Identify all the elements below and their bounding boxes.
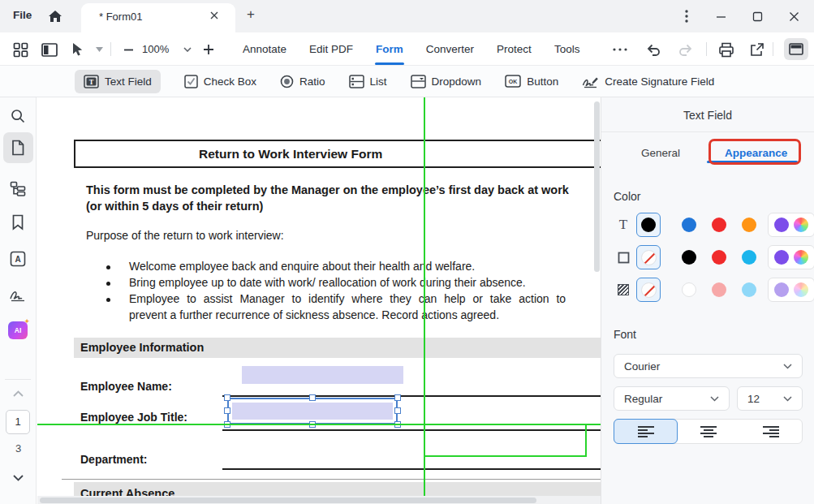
text-color-row: T (614, 213, 803, 237)
resize-handle-nw[interactable] (224, 394, 230, 401)
title-bar: File * Form01 + (0, 0, 814, 32)
dashboard-grid-icon[interactable] (11, 40, 30, 59)
chevron-down-icon (783, 364, 792, 369)
swatch-fill-lightpurple[interactable] (774, 282, 789, 297)
minimize-icon[interactable] (711, 6, 730, 26)
document-tab[interactable]: * Form01 (81, 3, 235, 32)
tab-close-icon[interactable] (209, 11, 222, 24)
dropdown-field-icon (411, 75, 426, 88)
document-canvas[interactable]: Return to Work Interview Form This form … (37, 97, 601, 504)
font-style-select[interactable]: Regular (614, 386, 730, 411)
form-field-employee-name[interactable] (242, 366, 403, 384)
maximize-icon[interactable] (747, 6, 767, 26)
swatch-border-black[interactable] (682, 250, 696, 265)
new-tab-icon[interactable]: + (243, 7, 258, 22)
horizontal-scrollbar[interactable] (37, 496, 601, 504)
tool-check-box[interactable]: Check Box (184, 75, 256, 88)
properties-panel-toggle-icon[interactable] (784, 38, 808, 60)
swatch-text-blue[interactable] (682, 218, 696, 232)
label-department: Department: (80, 453, 147, 466)
align-center-button[interactable] (677, 420, 739, 443)
swatch-fill-white[interactable] (682, 282, 696, 297)
bookmark-icon[interactable] (9, 213, 27, 231)
current-page-input[interactable]: 1 (6, 410, 30, 434)
zoom-out-icon[interactable] (118, 40, 138, 59)
tool-button[interactable]: OK Button (505, 75, 558, 88)
tool-label: Ratio (299, 75, 325, 88)
ai-assistant-icon[interactable]: AI ✦ (8, 321, 28, 339)
swatch-fill-selected-none[interactable] (636, 278, 661, 302)
swatch-text-purple[interactable] (774, 218, 789, 232)
align-left-button[interactable] (614, 419, 678, 444)
page-thumbnails-icon (9, 139, 27, 157)
swatch-fill-custom-group (768, 278, 814, 302)
properties-panel: Text Field General Appearance Color T (601, 97, 814, 504)
swatch-text-red[interactable] (712, 218, 726, 232)
vertical-scrollbar-thumb[interactable] (594, 101, 600, 272)
menu-form[interactable]: Form (375, 43, 404, 55)
zoom-dropdown-chevron-icon[interactable] (178, 40, 197, 59)
home-icon[interactable] (47, 8, 65, 24)
zoom-level[interactable]: 100% (142, 43, 169, 55)
page-down-icon[interactable] (9, 469, 27, 487)
horizontal-scrollbar-thumb[interactable] (40, 498, 536, 503)
menu-annotate[interactable]: Annotate (242, 43, 287, 55)
close-icon[interactable] (784, 6, 803, 26)
font-family-select[interactable]: Courier (614, 354, 803, 378)
resize-handle-ne[interactable] (394, 394, 401, 401)
page-up-icon[interactable] (9, 385, 27, 403)
employee-name-line (222, 395, 601, 397)
tool-ratio[interactable]: Ratio (280, 75, 325, 88)
intro-line-2: (or within 5 days of their return) (86, 200, 263, 213)
main-menu: Annotate Edit PDF Form Converter Protect… (242, 32, 580, 65)
swatch-border-color-picker[interactable] (794, 250, 808, 265)
menu-converter[interactable]: Converter (425, 43, 475, 55)
signatures-icon[interactable] (9, 286, 27, 304)
font-size-select[interactable]: 12 (737, 386, 803, 411)
resize-handle-n[interactable] (309, 394, 316, 401)
bullet-icon (106, 298, 110, 302)
tab-general[interactable]: General (641, 147, 680, 159)
undo-icon[interactable] (644, 40, 664, 59)
menu-tools[interactable]: Tools (553, 43, 581, 55)
swatch-border-purple[interactable] (774, 250, 789, 265)
menu-edit-pdf[interactable]: Edit PDF (308, 43, 354, 55)
swatch-fill-color-picker[interactable] (794, 282, 808, 297)
search-icon[interactable] (9, 107, 27, 125)
resize-handle-w[interactable] (224, 407, 230, 414)
bullet-2: Bring employee up to date with work/ rea… (129, 276, 526, 289)
swatch-border-cyan[interactable] (742, 250, 756, 265)
swatch-border-red[interactable] (712, 250, 726, 265)
tool-create-signature-field[interactable]: Create Signature Field (582, 75, 714, 88)
swatch-text-orange[interactable] (742, 218, 756, 232)
select-cursor-icon[interactable] (68, 40, 88, 59)
swatch-text-selected[interactable] (636, 213, 661, 237)
share-export-icon[interactable] (747, 40, 766, 59)
tool-label: Create Signature Field (605, 75, 714, 88)
swatch-fill-pink[interactable] (712, 282, 726, 297)
new-field-outline[interactable] (424, 424, 587, 457)
menu-protect[interactable]: Protect (496, 43, 532, 55)
kebab-menu-icon[interactable] (677, 6, 696, 26)
swatch-fill-lightblue[interactable] (742, 282, 756, 297)
tool-list[interactable]: List (349, 75, 387, 88)
print-icon[interactable] (717, 40, 736, 59)
sidebar-panel-icon[interactable] (40, 40, 59, 59)
font-section-label: Font (614, 328, 636, 341)
radio-button-icon (280, 75, 294, 88)
align-right-button[interactable] (739, 420, 802, 443)
outline-tree-icon[interactable] (9, 179, 27, 197)
redo-icon (674, 40, 694, 59)
resize-handle-e[interactable] (394, 407, 401, 414)
tool-dropdown[interactable]: Dropdown (411, 75, 482, 88)
bullet-3-line-2: prevent a further recurrence of sickness… (129, 308, 499, 321)
zoom-in-icon[interactable] (199, 40, 218, 59)
annotations-icon[interactable]: A (9, 250, 27, 268)
tool-text-field[interactable]: T Text Field (75, 70, 161, 93)
swatch-border-selected-none[interactable] (636, 245, 661, 269)
form-field-fill (232, 403, 393, 420)
swatch-text-color-picker[interactable] (794, 218, 808, 232)
more-menu-icon[interactable] (610, 40, 630, 59)
cursor-dropdown-caret-icon[interactable] (89, 40, 109, 59)
file-menu[interactable]: File (13, 9, 32, 21)
